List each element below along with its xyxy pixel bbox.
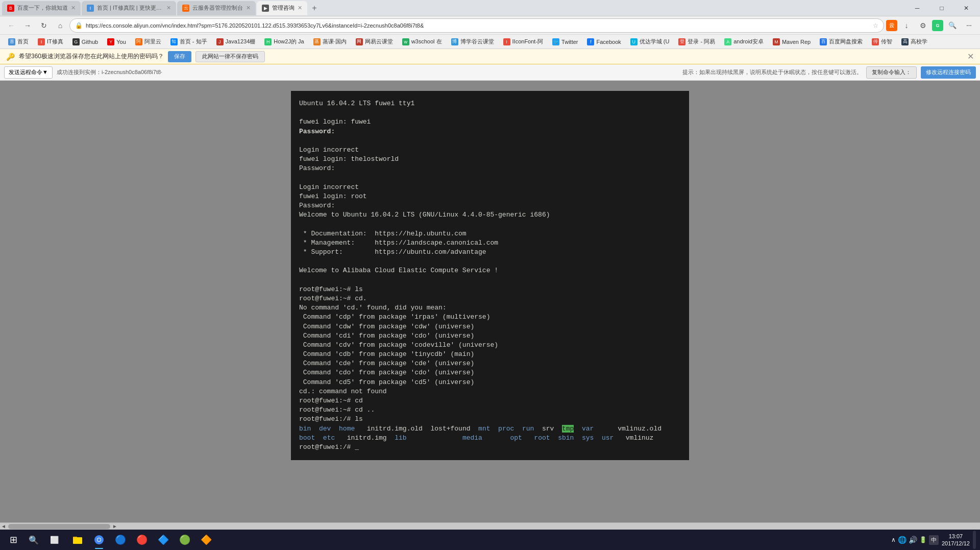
bookmark-twitter-icon: 🐦 [552,38,559,45]
cortana-button[interactable]: 🔍 [24,531,43,549]
remote-command-dropdown[interactable]: 发送远程命令▼ [4,66,53,79]
tray-arrow[interactable]: ∧ [891,536,896,543]
address-input[interactable] [86,22,870,29]
tab-it[interactable]: I 首页 | IT修真院 | 更快更高效地： ✕ [82,1,176,15]
bookmark-mouke-label: 蒸课·国内 [323,38,347,45]
back-button[interactable]: ← [4,18,18,33]
password-bar-close[interactable]: ✕ [967,52,974,61]
bookmark-mouke[interactable]: 蒸 蒸课·国内 [309,36,351,47]
system-clock[interactable]: 13:07 2017/12/12 [942,533,970,547]
nosave-password-button[interactable]: 此网站一律不保存密码 [195,51,265,62]
modify-connection-button[interactable]: 修改远程连接密码 [921,66,976,79]
tab-close-vnc[interactable]: ✕ [298,5,302,11]
bookmark-baidu-pan-label: 百度网盘搜索 [829,38,863,45]
bookmark-aliyun[interactable]: 阿 阿里云 [131,36,165,47]
bookmark-w3school[interactable]: w w3school 在 [398,36,446,47]
tab-close-it[interactable]: ✕ [166,5,171,11]
terminal-ls-line2: boot etc initrd.img lib media opt root s… [299,434,681,443]
bookmark-udacity[interactable]: U 优达学城 (U [626,36,674,47]
bookmark-you[interactable]: Y You [103,36,130,47]
scroll-thumb[interactable] [8,524,110,529]
tray-battery[interactable]: 🔋 [919,536,927,543]
task-view-button[interactable]: ⬜ [45,531,63,549]
terminal-line-welcome2: Welcome to Alibaba Cloud Elastic Compute… [299,266,681,275]
show-desktop-button[interactable] [973,531,976,549]
bookmark-how2j[interactable]: H How2J的 Ja [260,36,308,47]
taskbar-app6[interactable]: 🟢 [175,530,195,550]
tab-close-baidu[interactable]: ✕ [71,5,76,11]
bookmark-163[interactable]: 网 网易云课堂 [352,36,397,47]
minimize-button[interactable]: ─ [905,0,929,16]
download-icon[interactable]: ↓ [899,18,914,33]
bookmark-star-icon[interactable]: ☆ [873,22,878,29]
clock-date: 2017/12/12 [942,540,970,547]
bookmark-facebook-icon: f [587,38,594,45]
new-tab-button[interactable]: + [308,2,321,14]
scroll-right-arrow[interactable]: ► [111,523,118,530]
taskbar-chrome[interactable] [89,530,109,550]
tab-label-vnc: 管理咨询 [272,4,295,12]
terminal-line-notfound: cd.: command not found [299,387,681,396]
copy-command-button[interactable]: 复制命令输入： [866,66,917,79]
terminal-line-cmd3: root@fuwei:~# cd [299,396,681,405]
svg-rect-1 [73,537,77,538]
svg-point-4 [97,538,101,541]
terminal-line-blank-4 [299,220,681,229]
maximize-button[interactable]: □ [930,0,953,16]
start-button[interactable]: ⊞ [4,531,22,549]
tray-network[interactable]: 🌐 [898,536,906,544]
extensions-icon[interactable]: ⚙ [916,18,930,33]
terminal-line-cde: Command 'cde' from package 'cde' (univer… [299,359,681,368]
bookmark-iconfont[interactable]: I IIconFont-阿 [499,36,548,47]
tab-vnc[interactable]: ▶ 管理咨询 ✕ [257,1,307,15]
bookmark-login[interactable]: 登 登录 - 阿易 [674,36,719,47]
forward-button[interactable]: → [20,18,35,33]
bookmark-udacity-label: 优达学城 (U [640,38,670,45]
tab-close-aliyun[interactable]: ✕ [246,5,251,11]
bookmark-gaoxiaoxue[interactable]: 高 高校学 [897,36,932,47]
nav-bar: ← → ↻ ⌂ 🔒 ☆ 云 ↓ ⚙ G 🔍 ··· [0,16,980,35]
refresh-button[interactable]: ↻ [37,18,51,33]
bookmark-it[interactable]: I IT修真 [34,36,67,47]
aliyun-nav-icon[interactable]: 云 [886,20,897,31]
tab-baidu[interactable]: B 百度一下，你就知道 ✕ [2,1,81,15]
bookmark-zhihu[interactable]: 知 首页 - 知乎 [166,36,211,47]
bookmark-163-icon: 网 [356,38,363,45]
bookmark-github[interactable]: G Github [68,36,102,47]
bookmark-android[interactable]: A android安卓 [720,36,768,47]
tab-aliyun[interactable]: 云 云服务器管理控制台 ✕ [177,1,256,15]
bookmark-facebook[interactable]: f Facebook [583,36,625,47]
taskbar-app3[interactable]: 🔵 [110,530,131,550]
menu-icon[interactable]: ··· [962,18,976,33]
taskbar-app5[interactable]: 🔷 [153,530,174,550]
window-controls: ─ □ ✕ [905,0,978,16]
tab-label-it: 首页 | IT修真院 | 更快更高效地： [97,4,163,12]
horizontal-scrollbar[interactable]: ◄ ► [0,522,980,530]
bookmark-maven[interactable]: M Maven Rep [769,36,815,47]
save-password-button[interactable]: 保存 [168,51,191,62]
bookmark-java1234[interactable]: J Java1234棚 [212,36,260,47]
close-button[interactable]: ✕ [954,0,978,16]
terminal-line-1: Ubuntu 16.04.2 LTS fuwei tty1 [299,99,681,108]
bookmark-chuanzhi-icon: 传 [872,38,879,45]
bookmark-android-icon: A [724,38,731,45]
green-nav-icon[interactable]: G [932,20,943,31]
tray-volume[interactable]: 🔊 [909,536,917,544]
bookmark-home[interactable]: 首 首页 [4,36,33,47]
search-nav-icon[interactable]: 🔍 [945,18,960,33]
taskbar-app4[interactable]: 🔴 [132,530,152,550]
taskbar-file-explorer[interactable] [67,530,88,550]
scroll-left-arrow[interactable]: ◄ [0,523,7,530]
taskbar-app7[interactable]: 🔶 [196,530,216,550]
bookmark-boxuegu[interactable]: 博 博学谷云课堂 [447,36,498,47]
terminal-line-blank-5 [299,257,681,266]
bookmark-twitter[interactable]: 🐦 Twitter [548,36,582,47]
bookmark-chuanzhi[interactable]: 传 传智 [868,36,896,47]
bookmark-login-icon: 登 [678,38,685,45]
terminal-line-cdw: Command 'cdw' from package 'cdw' (univer… [299,322,681,331]
home-button[interactable]: ⌂ [53,18,67,33]
tray-input-lang[interactable]: 中 [929,535,939,545]
terminal-line-blank-3 [299,174,681,183]
terminal[interactable]: Ubuntu 16.04.2 LTS fuwei tty1 fuwei logi… [291,91,689,460]
bookmark-baidu-pan[interactable]: 百 百度网盘搜索 [816,36,867,47]
